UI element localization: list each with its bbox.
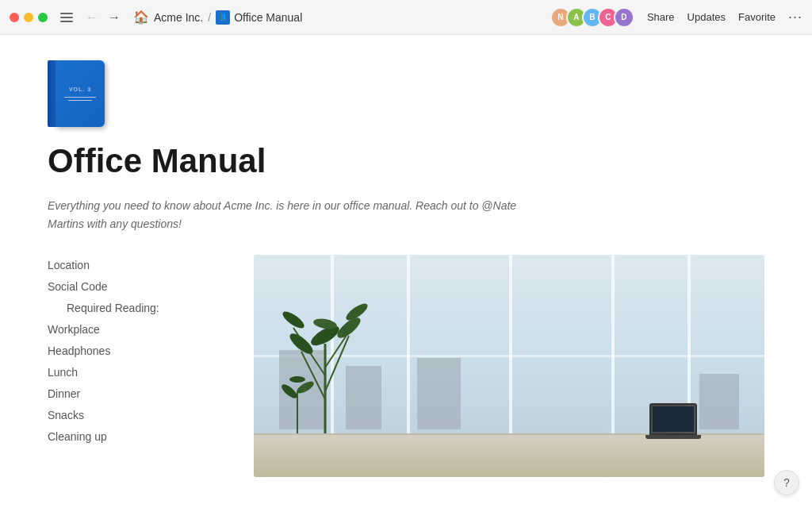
page-area: VOL. 3 Office Manual Everything you need… [0, 35, 812, 508]
svg-point-8 [280, 309, 306, 331]
titlebar-right: N A B C D Share Updates Favorite ··· [550, 7, 802, 28]
book-decoration-line1 [64, 97, 96, 98]
collaborator-avatars: N A B C D [550, 7, 634, 28]
titlebar: ← → 🏠 Acme Inc. / 📘 Office Manual N A B … [0, 0, 812, 35]
sidebar-toggle-button[interactable] [60, 13, 73, 22]
svg-point-12 [280, 383, 300, 401]
nav-arrows: ← → [82, 9, 124, 26]
svg-point-14 [289, 376, 305, 383]
breadcrumb-page-title: Office Manual [234, 11, 302, 24]
traffic-lights [10, 13, 48, 22]
book-illustration: VOL. 3 [48, 59, 105, 129]
page-title: Office Manual [48, 141, 764, 181]
book-vol-label: VOL. 3 [69, 87, 91, 92]
book-decoration-line2 [68, 100, 92, 101]
page-description: Everything you need to know about Acme I… [48, 197, 523, 233]
maximize-button[interactable] [38, 13, 48, 22]
breadcrumb-home-label[interactable]: Acme Inc. [154, 11, 203, 24]
laptop-screen [649, 403, 697, 435]
toc-item-cleaning-up[interactable]: Cleaning up [48, 426, 222, 448]
favorite-button[interactable]: Favorite [738, 11, 776, 23]
avatar-5: D [614, 7, 634, 28]
minimize-button[interactable] [24, 13, 33, 22]
main-content: VOL. 3 Office Manual Everything you need… [0, 35, 812, 508]
toc-item-dinner[interactable]: Dinner [48, 383, 222, 405]
table-of-contents: Location Social Code Required Reading: W… [48, 255, 222, 477]
toc-item-snacks[interactable]: Snacks [48, 405, 222, 426]
breadcrumb-current-page: 📘 Office Manual [216, 10, 302, 25]
office-photo [254, 255, 764, 477]
forward-button[interactable]: → [105, 9, 124, 26]
page-icon-small: 📘 [216, 10, 230, 25]
close-button[interactable] [10, 13, 19, 22]
share-button[interactable]: Share [647, 11, 675, 23]
building-3 [417, 358, 461, 429]
more-options-button[interactable]: ··· [788, 9, 802, 25]
toc-item-headphones[interactable]: Headphones [48, 341, 222, 362]
back-button[interactable]: ← [82, 9, 102, 26]
building-4 [699, 374, 739, 429]
help-button[interactable]: ? [774, 470, 799, 495]
laptop-base [645, 435, 701, 439]
plant-svg [278, 280, 373, 439]
toc-item-workplace[interactable]: Workplace [48, 319, 222, 341]
breadcrumb-separator: / [208, 11, 211, 24]
updates-button[interactable]: Updates [688, 11, 726, 23]
toc-item-location[interactable]: Location [48, 255, 222, 276]
laptop-display [653, 406, 694, 432]
toc-item-social-code[interactable]: Social Code [48, 276, 222, 298]
laptop [649, 403, 701, 439]
content-columns: Location Social Code Required Reading: W… [48, 255, 764, 477]
book-cover: VOL. 3 [56, 60, 105, 127]
page-icon: VOL. 3 [48, 59, 764, 129]
breadcrumb: 🏠 Acme Inc. / 📘 Office Manual [133, 10, 302, 25]
office-scene [254, 255, 764, 477]
help-icon: ? [783, 476, 790, 489]
conference-table [254, 433, 764, 477]
toc-item-lunch[interactable]: Lunch [48, 362, 222, 383]
home-icon: 🏠 [133, 10, 149, 25]
toc-item-required-reading[interactable]: Required Reading: [48, 298, 222, 319]
